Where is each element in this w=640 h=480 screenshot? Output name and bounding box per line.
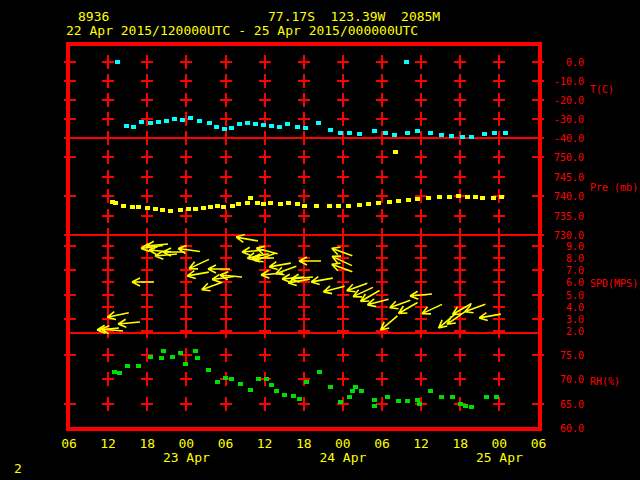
pressure-data-point [314, 204, 319, 208]
grid-tick-horizontal [102, 354, 114, 356]
grid-tick-horizontal [337, 378, 349, 380]
grid-tick-horizontal [220, 80, 232, 82]
grid-tick-horizontal [259, 195, 271, 197]
pressure-data-point [130, 205, 135, 209]
grid-tick-horizontal [180, 378, 192, 380]
grid-tick-horizontal [415, 245, 427, 247]
grid-tick-horizontal [298, 99, 310, 101]
temperature-data-point [197, 119, 202, 123]
rh-data-point [193, 349, 198, 353]
wind-arrow-icon [217, 267, 246, 285]
grid-tick-horizontal [259, 137, 271, 139]
grid-tick-horizontal [141, 294, 153, 296]
temperature-data-point [383, 131, 388, 135]
grid-tick-horizontal [337, 61, 349, 63]
grid-tick-horizontal [415, 176, 427, 178]
pressure-data-point [456, 194, 461, 198]
grid-tick-horizontal [415, 215, 427, 217]
axis-edge-tick-right [532, 269, 544, 271]
pressure-data-point [437, 195, 442, 199]
grid-tick-horizontal [141, 137, 153, 139]
meteogram-plot: 0.0-10.0-20.0-30.0-40.0T(C)750.0745.0740… [0, 0, 640, 480]
rh-data-point [439, 395, 444, 399]
grid-tick-horizontal [180, 80, 192, 82]
grid-tick-horizontal [259, 403, 271, 405]
grid-tick-horizontal [298, 330, 310, 332]
grid-tick-horizontal [298, 118, 310, 120]
axis-edge-tick-left [64, 269, 76, 271]
axis-edge-tick-left [64, 294, 76, 296]
rh-data-point [282, 393, 287, 397]
temperature-data-point [482, 132, 487, 136]
grid-tick-horizontal [298, 234, 310, 236]
temperature-data-point [115, 60, 120, 64]
grid-tick-horizontal [180, 176, 192, 178]
axis-edge-tick-left [64, 354, 76, 356]
temperature-data-point [285, 122, 290, 126]
grid-tick-horizontal [376, 257, 388, 259]
grid-tick-horizontal [298, 245, 310, 247]
grid-tick-horizontal [454, 330, 466, 332]
grid-tick-horizontal [454, 257, 466, 259]
grid-tick-horizontal [415, 257, 427, 259]
wind-arrow [296, 253, 324, 269]
grid-tick-horizontal [493, 99, 505, 101]
grid-tick-horizontal [454, 378, 466, 380]
rh-data-point [148, 355, 153, 359]
grid-tick-horizontal [376, 378, 388, 380]
pressure-data-point [193, 207, 198, 211]
temperature-data-point [372, 129, 377, 133]
grid-tick-horizontal [493, 281, 505, 283]
grid-tick-horizontal [259, 118, 271, 120]
grid-tick-horizontal [298, 176, 310, 178]
grid-tick-horizontal [415, 354, 427, 356]
grid-tick-horizontal [180, 234, 192, 236]
rh-data-point [269, 383, 274, 387]
axis-edge-tick-right [532, 403, 544, 405]
grid-tick-horizontal [180, 330, 192, 332]
grid-tick-horizontal [298, 294, 310, 296]
grid-tick-horizontal [180, 156, 192, 158]
wind-arrow [114, 313, 143, 331]
x-axis-date-label: 25 Apr [473, 451, 525, 464]
axis-edge-tick-right [532, 234, 544, 236]
pressure-data-point [393, 150, 398, 154]
grid-tick-horizontal [141, 80, 153, 82]
grid-tick-horizontal [102, 234, 114, 236]
pressure-data-point [261, 202, 266, 206]
grid-tick-horizontal [259, 318, 271, 320]
temperature-data-point [469, 135, 474, 139]
grid-tick-horizontal [102, 245, 114, 247]
grid-tick-horizontal [376, 269, 388, 271]
grid-tick-horizontal [415, 269, 427, 271]
grid-tick-horizontal [376, 118, 388, 120]
temperature-data-point [124, 124, 129, 128]
y-axis-tick-label: 735.0 [534, 211, 584, 222]
grid-tick-horizontal [337, 99, 349, 101]
axis-edge-tick-right [532, 137, 544, 139]
grid-tick-horizontal [454, 80, 466, 82]
grid-tick-horizontal [220, 294, 232, 296]
grid-tick-horizontal [180, 99, 192, 101]
rh-data-point [206, 368, 211, 372]
y-axis-tick-label: 6.0 [534, 277, 584, 288]
grid-tick-horizontal [337, 80, 349, 82]
grid-tick-horizontal [298, 354, 310, 356]
pressure-data-point [376, 201, 381, 205]
grid-tick-horizontal [102, 269, 114, 271]
temperature-data-point [172, 117, 177, 121]
axis-edge-tick-right [532, 99, 544, 101]
grid-tick-horizontal [259, 156, 271, 158]
grid-tick-horizontal [298, 318, 310, 320]
grid-tick-horizontal [141, 318, 153, 320]
y-axis-tick-label: 4.0 [534, 302, 584, 313]
temperature-data-point [131, 125, 136, 129]
axis-edge-tick-left [64, 318, 76, 320]
pressure-data-point [447, 195, 452, 199]
x-axis-tick-label: 06 [523, 437, 555, 450]
pressure-data-point [336, 204, 341, 208]
y-axis-unit-label: T(C) [590, 84, 614, 95]
grid-tick-horizontal [337, 215, 349, 217]
grid-tick-horizontal [337, 318, 349, 320]
grid-tick-horizontal [220, 156, 232, 158]
